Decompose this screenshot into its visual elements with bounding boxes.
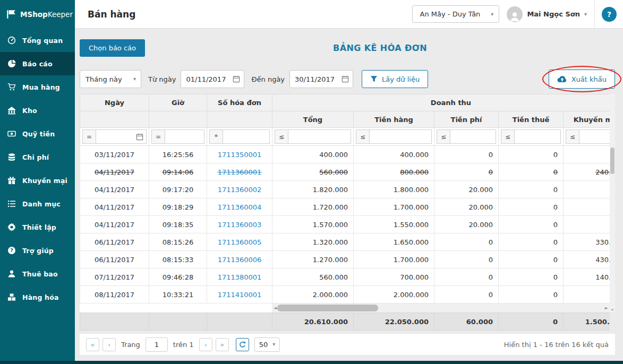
fee-filter-operator[interactable]: ≤ [437, 129, 450, 144]
time-filter-operator[interactable]: = [151, 129, 165, 144]
total-filter-input[interactable] [291, 133, 348, 141]
invoice-link[interactable]: 1711360001 [218, 168, 262, 176]
help-button[interactable]: ? [602, 7, 617, 22]
to-date-input[interactable] [295, 75, 336, 83]
col-header-tax[interactable]: Tiền thuế [499, 111, 564, 128]
cell-date: 04/11/2017 [80, 198, 149, 216]
date-filter-input[interactable] [99, 133, 136, 141]
totals-spacer [80, 313, 149, 331]
invoice-link[interactable]: 1711360005 [218, 238, 262, 246]
invoice-filter-input[interactable] [226, 133, 267, 141]
cell-time: 08:15:26 [149, 233, 207, 251]
sidebar-item-help[interactable]: ? Trợ giúp [0, 239, 75, 262]
choose-report-button[interactable]: Chọn báo cáo [80, 39, 145, 57]
time-filter-input[interactable] [168, 133, 201, 141]
period-select[interactable]: Tháng này ▾ [80, 70, 141, 88]
last-page-button[interactable]: » [216, 338, 229, 351]
fee-filter-input[interactable] [453, 133, 493, 141]
sidebar-item-promotions[interactable]: Khuyến mại [0, 169, 75, 192]
from-date-input[interactable] [186, 75, 227, 83]
branch-selector[interactable]: An Mây - Duy Tân ▾ [412, 5, 500, 23]
scroll-left-icon[interactable]: ◄ [274, 304, 277, 313]
cell-goods: 1.650.000 [354, 233, 434, 251]
avatar [507, 6, 523, 22]
user-icon [7, 270, 16, 278]
grid-viewport: Ngày Giờ Số hóa đơn Doanh thu Tổng Tiền [80, 94, 610, 331]
cell-tax: 0 [499, 216, 564, 233]
cell-promo: 140.000 [564, 268, 610, 286]
total-filter-operator[interactable]: ≤ [275, 129, 288, 144]
promo-filter-operator[interactable]: ≤ [566, 129, 579, 144]
sidebar-item-subscription[interactable]: Thuê bao [0, 262, 75, 285]
invoice-link[interactable]: 1711350001 [218, 151, 262, 159]
next-page-button[interactable]: › [199, 338, 212, 351]
cell-promo [564, 146, 610, 163]
sidebar-item-categories[interactable]: Danh mục [0, 192, 75, 215]
col-header-promo[interactable]: Khuyến mại [564, 111, 610, 128]
invoice-link[interactable]: 1711360004 [218, 203, 262, 211]
invoice-link[interactable]: 1711410001 [218, 291, 262, 299]
user-menu[interactable]: Mai Ngọc Sơn ▾ [507, 6, 587, 22]
sidebar-item-settings[interactable]: Thiết lập [0, 215, 75, 239]
topbar-right: An Mây - Duy Tân ▾ Mai Ngọc Sơn ▾ ? [412, 0, 617, 28]
invoice-link[interactable]: 1711360006 [218, 256, 262, 264]
vertical-scrollbar[interactable]: ▾ [610, 94, 615, 313]
scroll-right-icon[interactable]: ► [605, 304, 608, 313]
date-filter-operator[interactable]: = [82, 129, 96, 144]
col-header-time[interactable]: Giờ [149, 94, 207, 111]
cell-goods: 1.550.000 [354, 216, 434, 233]
app-logo[interactable]: MShopKeeper [0, 0, 75, 29]
window-bottom-edge [0, 361, 623, 364]
export-button[interactable]: Xuất khẩu [549, 70, 615, 89]
col-group-revenue: Doanh thu [272, 94, 610, 111]
refresh-button[interactable] [236, 338, 249, 351]
sidebar-item-goods[interactable]: Hàng hóa [0, 285, 75, 309]
sidebar-item-overview[interactable]: Tổng quan [0, 29, 75, 52]
sidebar-item-reports[interactable]: Báo cáo [0, 52, 75, 75]
sidebar-item-expenses[interactable]: Chi phí [0, 145, 75, 169]
calendar-icon[interactable] [136, 133, 143, 141]
invoice-link[interactable]: 1711380001 [218, 273, 262, 281]
sidebar-item-purchasing[interactable]: Mua hàng [0, 75, 75, 99]
promo-filter-input[interactable] [582, 133, 610, 141]
table-row-cancelled: 04/11/201709:14:061711360001560.000800.0… [80, 163, 610, 181]
cell-tax: 0 [499, 146, 564, 163]
totals-table: 20.610.000 22.050.000 60.000 0 1.500.000 [80, 313, 610, 331]
tax-filter-input[interactable] [517, 133, 558, 141]
goods-filter-operator[interactable]: ≤ [356, 129, 369, 144]
user-name: Mai Ngọc Sơn [527, 10, 580, 18]
col-header-invoice[interactable]: Số hóa đơn [207, 94, 272, 111]
cell-tax: 0 [499, 198, 564, 216]
sidebar-item-cash-fund[interactable]: Quỹ tiền [0, 122, 75, 145]
tax-filter-operator[interactable]: ≤ [501, 129, 514, 144]
first-page-button[interactable]: « [86, 338, 99, 351]
dashboard-icon [7, 36, 16, 45]
invoice-link[interactable]: 1711360003 [218, 221, 262, 229]
cell-goods: 1.700.000 [354, 251, 434, 268]
col-header-fee[interactable]: Tiền phí [434, 111, 499, 128]
scroll-down-icon[interactable]: ▾ [610, 308, 615, 312]
goods-filter-input[interactable] [372, 133, 429, 141]
page-input[interactable] [146, 337, 168, 352]
cell-promo [564, 198, 610, 216]
page-size-select[interactable]: 50 ▾ [254, 337, 280, 352]
cell-goods: 700.000 [354, 268, 434, 286]
get-data-button[interactable]: Lấy dữ liệu [362, 70, 428, 88]
horizontal-scrollbar[interactable]: ◄ ► [272, 304, 610, 313]
col-header-total[interactable]: Tổng [272, 111, 354, 128]
cell-promo: 430.000 [564, 251, 610, 268]
col-header-date[interactable]: Ngày [80, 94, 149, 111]
invoice-filter-operator[interactable]: * [209, 129, 223, 144]
calendar-icon[interactable] [233, 75, 240, 83]
cell-date: 07/11/2017 [80, 268, 149, 286]
horizontal-scrollbar-thumb[interactable] [277, 305, 378, 311]
invoice-link[interactable]: 1711360002 [218, 186, 262, 194]
col-header-goods[interactable]: Tiền hàng [354, 111, 434, 128]
table-row: 03/11/201716:25:561711350001400.000400.0… [80, 146, 610, 163]
calendar-icon[interactable] [342, 75, 349, 83]
cell-time: 16:25:56 [149, 146, 207, 163]
vertical-scrollbar-thumb[interactable] [610, 148, 615, 174]
prev-page-button[interactable]: ‹ [103, 338, 116, 351]
cell-goods: 1.800.000 [354, 181, 434, 198]
sidebar-item-warehouse[interactable]: Kho [0, 99, 75, 122]
